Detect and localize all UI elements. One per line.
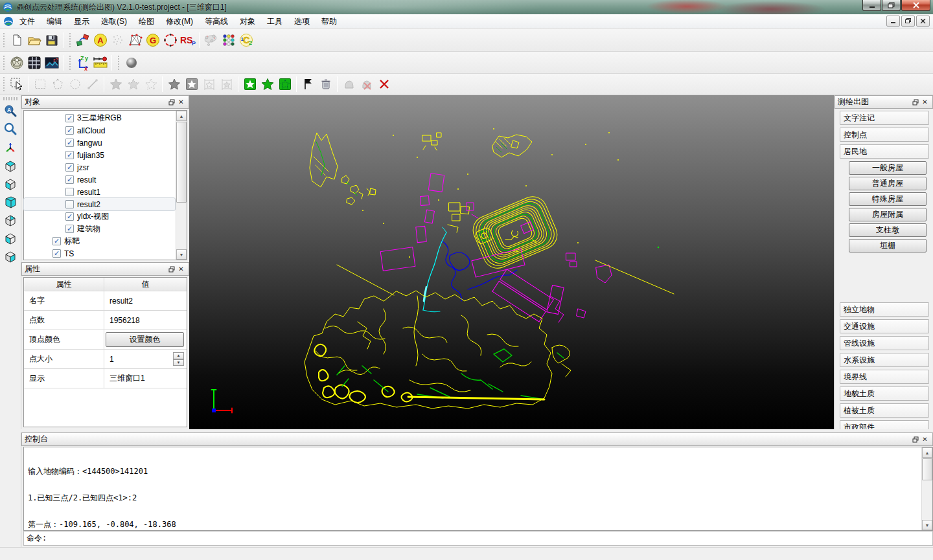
point-size-stepper[interactable]: ▲▼ (173, 352, 184, 366)
close-panel-icon[interactable]: ✕ (176, 97, 186, 107)
objects-panel-header[interactable]: 对象 ✕ (21, 95, 189, 109)
map-group-pipelines[interactable]: 管线设施 (840, 336, 929, 350)
scroll-thumb[interactable] (176, 122, 187, 203)
menu-help[interactable]: 帮助 (316, 15, 343, 28)
checkbox[interactable]: ✓ (65, 139, 74, 147)
console-scrollbar[interactable]: ▲ ▼ (921, 447, 932, 530)
mdi-close-button[interactable] (916, 16, 930, 27)
keep-star-button[interactable] (259, 76, 276, 93)
checkbox[interactable]: ✓ (65, 163, 74, 172)
align-clouds-button[interactable] (74, 31, 91, 49)
rect-select-button[interactable] (31, 76, 49, 93)
float-panel-icon[interactable] (167, 97, 176, 107)
tree-scrollbar[interactable]: ▲ ▼ (176, 111, 187, 260)
checkbox[interactable]: ✓ (65, 212, 74, 221)
view-right-icon[interactable] (2, 248, 19, 265)
restore-button[interactable] (882, 0, 901, 11)
checkbox[interactable]: ✓ (65, 188, 74, 196)
zoom-icon[interactable] (2, 121, 19, 138)
checkbox[interactable]: ✓ (65, 151, 74, 159)
line-select-button[interactable] (84, 76, 101, 93)
pick-select-button[interactable] (8, 76, 25, 93)
view-front-icon[interactable] (2, 194, 19, 210)
keep-dashed-button[interactable] (276, 76, 294, 93)
map-button-ordinary-house[interactable]: 普通房屋 (849, 177, 927, 190)
set-color-button[interactable]: 设置颜色 (106, 332, 184, 347)
keep-inside-button[interactable] (241, 76, 259, 93)
menu-view[interactable]: 显示 (68, 15, 95, 28)
tree-item-allcloud[interactable]: ✓allCloud (24, 124, 175, 137)
star-select-b-button[interactable] (124, 76, 142, 93)
coord-convert-c2-button[interactable]: C12 (237, 31, 255, 49)
checkbox[interactable]: ✓ (65, 200, 74, 208)
map-group-boundaries[interactable]: 境界线 (840, 370, 929, 384)
grid-button[interactable] (25, 54, 43, 71)
checkbox[interactable]: ✓ (52, 237, 61, 245)
polygon-select-button[interactable] (49, 76, 66, 93)
checkbox[interactable]: ✓ (65, 114, 74, 122)
map-button-general-house[interactable]: 一般房屋 (849, 161, 927, 175)
map-group-municipal[interactable]: 市政部件 (840, 420, 929, 429)
scroll-up-icon[interactable]: ▲ (922, 447, 932, 458)
view-top-icon[interactable] (2, 157, 19, 174)
float-panel-icon[interactable] (910, 97, 920, 107)
toolbar-drag-handle[interactable] (3, 97, 17, 100)
view-corner-icon[interactable] (2, 212, 19, 229)
menu-draw[interactable]: 绘图 (133, 15, 160, 28)
tree-item-result2[interactable]: ✓result2 (24, 198, 175, 210)
tree-item-3sanxingdui-rgb[interactable]: ✓3三星堆RGB (24, 112, 175, 124)
measure-distance-button[interactable] (91, 54, 109, 71)
console-panel-header[interactable]: 控制台 ✕ (21, 432, 933, 446)
float-panel-icon[interactable] (910, 434, 920, 444)
tree-item-buildings[interactable]: ✓建筑物 (24, 223, 175, 235)
sphere-button[interactable] (122, 54, 140, 71)
command-input-line[interactable]: 命令: (23, 531, 933, 546)
close-button[interactable] (901, 0, 930, 11)
zyx-axes-button[interactable]: Zyx (74, 54, 91, 71)
zoom-text-icon[interactable]: A (2, 103, 19, 120)
tin-mesh-button[interactable] (126, 31, 144, 49)
checkbox[interactable]: ✓ (52, 249, 61, 258)
tree-item-targets[interactable]: ✓标靶 (24, 235, 175, 247)
map-group-control-points[interactable]: 控制点 (840, 128, 929, 142)
toolbar-drag-handle[interactable] (117, 56, 121, 70)
mapping-panel-header[interactable]: 测绘出图 ✕ (835, 95, 933, 109)
box-select-b-button[interactable] (218, 76, 235, 93)
geoid-g-button[interactable]: G (144, 31, 161, 49)
checkbox[interactable]: ✓ (65, 126, 74, 135)
map-button-fence[interactable]: 垣栅 (849, 239, 927, 252)
close-panel-icon[interactable]: ✕ (920, 434, 930, 444)
move-axes-icon[interactable] (2, 139, 19, 156)
resample-rsp-button[interactable]: RSP (179, 31, 196, 49)
star-punch-button[interactable] (183, 76, 200, 93)
scroll-thumb[interactable] (922, 458, 932, 480)
map-group-independent-features[interactable]: 独立地物 (840, 302, 929, 317)
mdi-minimize-button[interactable] (886, 16, 900, 27)
register-spheres-button[interactable] (202, 31, 220, 49)
tree-item-ts[interactable]: ✓TS (24, 247, 175, 260)
tree-item-fangwu[interactable]: ✓fangwu (24, 137, 175, 149)
close-panel-icon[interactable]: ✕ (176, 264, 186, 274)
tree-item-jzsr[interactable]: ✓jzsr (24, 161, 175, 174)
box-select-a-button[interactable] (200, 76, 218, 93)
map-button-pillar[interactable]: 支柱墩 (849, 223, 927, 237)
toolbar-drag-handle[interactable] (69, 56, 72, 70)
dem-image-button[interactable]: z? (43, 54, 60, 71)
tree-item-yldx-view[interactable]: ✓yldx-视图 (24, 210, 175, 223)
star-select-c-button[interactable] (142, 76, 159, 93)
map-group-water-systems[interactable]: 水系设施 (840, 353, 929, 367)
map-group-transport[interactable]: 交通设施 (840, 319, 929, 333)
star-select-a-button[interactable] (107, 76, 124, 93)
title-bar[interactable]: 鼎创点云处理系统(测绘出图) V2.1.0-test.project - [三维… (0, 0, 933, 14)
map-group-landform[interactable]: 地貌土质 (840, 386, 929, 401)
text-annotation-button[interactable]: A (91, 31, 109, 49)
tree-item-result[interactable]: ✓result (24, 174, 175, 186)
toolbar-drag-handle[interactable] (3, 33, 6, 47)
toolbar-drag-handle[interactable] (3, 56, 6, 70)
cloud-delete-button[interactable] (358, 76, 375, 93)
scroll-down-icon[interactable]: ▼ (922, 520, 932, 530)
tree-item-result1[interactable]: ✓result1 (24, 186, 175, 198)
menu-object[interactable]: 对象 (234, 15, 261, 28)
polyhedron-sphere-button[interactable] (8, 54, 25, 71)
map-group-text-annotation[interactable]: 文字注记 (840, 111, 929, 125)
